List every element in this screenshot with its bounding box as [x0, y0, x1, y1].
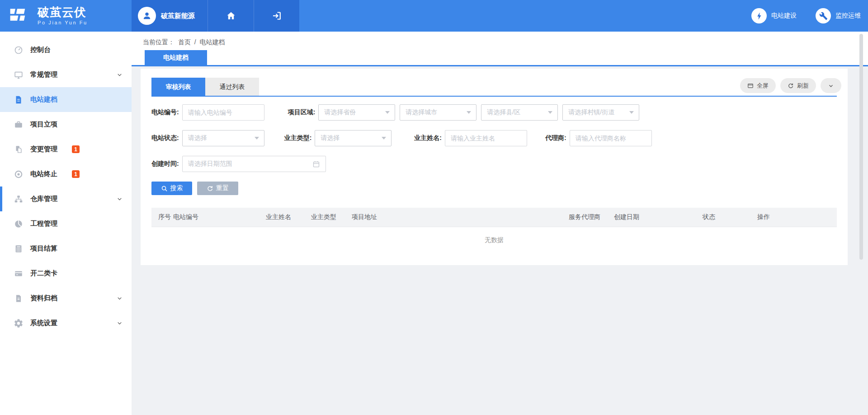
sidebar-item-type2-card[interactable]: 开二类卡: [0, 261, 132, 286]
owner-type-placeholder: 请选择: [321, 134, 340, 142]
breadcrumb-prefix: 当前位置：: [143, 38, 175, 46]
th-station-no: 电站编号: [173, 213, 266, 221]
sidebar-item-general-mgmt[interactable]: 常规管理: [0, 62, 132, 87]
table-header: 序号 电站编号 业主姓名 业主类型 项目地址 服务代理商 创建日期 状态 操作: [151, 208, 837, 227]
search-button[interactable]: 搜索: [151, 182, 192, 195]
date-range-input[interactable]: 请选择日期范围: [182, 156, 326, 172]
tab-review-list[interactable]: 审核列表: [151, 78, 205, 96]
header-dark-section: 破茧新能源: [132, 0, 299, 32]
chevron-down-icon: [117, 196, 123, 202]
sidebar-item-label: 电站终止: [30, 170, 57, 178]
reset-icon: [207, 185, 213, 192]
target-icon: [14, 169, 24, 179]
sidebar-item-project-initiation[interactable]: 项目立项: [0, 112, 132, 137]
list-tabs: 审核列表 通过列表: [151, 78, 259, 96]
sidebar-item-label: 变更管理: [30, 145, 57, 154]
gear-icon: [14, 318, 24, 328]
document-icon: [14, 294, 24, 303]
brand-subtitle: Po Jian Yun Fu: [38, 20, 88, 25]
town-select[interactable]: 请选择村镇/街道: [562, 104, 639, 121]
sidebar-item-station-archive[interactable]: 电站建档: [0, 87, 132, 112]
sidebar-item-system-settings[interactable]: 系统设置: [0, 311, 132, 336]
caret-down-icon: [467, 111, 471, 114]
avatar: [138, 7, 156, 25]
user-menu[interactable]: 破茧新能源: [132, 0, 208, 32]
tab-passed-list[interactable]: 通过列表: [205, 78, 259, 96]
breadcrumb-home[interactable]: 首页: [178, 38, 191, 46]
owner-type-select[interactable]: 请选择: [315, 130, 392, 146]
page-title-tab[interactable]: 电站建档: [145, 50, 207, 65]
header-right: 电站建设 监控运维: [299, 0, 868, 32]
app-header: 破茧云伏 Po Jian Yun Fu 破茧新能源: [0, 0, 868, 32]
sidebar-item-label: 工程管理: [30, 219, 57, 228]
station-build-button[interactable]: 电站建设: [751, 8, 797, 23]
reset-label: 重置: [216, 184, 229, 192]
brand-text: 破茧云伏 Po Jian Yun Fu: [38, 6, 88, 25]
search-label: 搜索: [170, 184, 183, 192]
sidebar-item-engineering-mgmt[interactable]: 工程管理: [0, 211, 132, 236]
sidebar: 控制台 常规管理 电站建档 项目立项: [0, 32, 132, 415]
empty-state: 无数据: [151, 227, 837, 253]
main-content: 当前位置： 首页 / 电站建档 电站建档 审核列表 通过列表 全屏: [132, 32, 868, 415]
status-select[interactable]: 请选择: [182, 130, 264, 146]
agent-label: 代理商:: [545, 134, 566, 142]
refresh-button[interactable]: 刷新: [780, 78, 816, 93]
sidebar-item-project-settlement[interactable]: 项目结算: [0, 236, 132, 261]
sidebar-item-label: 常规管理: [30, 70, 57, 79]
caret-down-icon: [385, 111, 390, 114]
sidebar-item-dashboard[interactable]: 控制台: [0, 37, 132, 62]
card-icon: [14, 269, 24, 279]
caret-down-icon: [548, 111, 552, 114]
home-button[interactable]: [208, 0, 254, 32]
monitor-ops-button[interactable]: 监控运维: [816, 8, 861, 23]
sidebar-item-label: 系统设置: [30, 319, 57, 327]
date-range-placeholder: 请选择日期范围: [188, 160, 232, 168]
region-label: 项目区域:: [288, 108, 316, 117]
sitemap-icon: [14, 194, 24, 204]
sidebar-item-station-termination[interactable]: 电站终止 1: [0, 162, 132, 187]
chevron-down-icon: [117, 320, 123, 326]
tabs-row: 审核列表 通过列表 全屏: [151, 69, 837, 97]
sidebar-item-warehouse-mgmt[interactable]: 仓库管理: [0, 187, 132, 211]
th-owner-type: 业主类型: [311, 213, 352, 221]
caret-down-icon: [255, 137, 259, 140]
fullscreen-button[interactable]: 全屏: [740, 78, 776, 93]
county-select[interactable]: 请选择县/区: [481, 104, 558, 121]
scrollbar-thumb[interactable]: [859, 34, 863, 260]
calculator-icon: [14, 244, 24, 254]
sidebar-item-label: 开二类卡: [30, 269, 57, 278]
city-placeholder: 请选择城市: [406, 108, 437, 117]
sign-in-icon: [271, 10, 282, 21]
search-icon: [161, 185, 168, 192]
county-placeholder: 请选择县/区: [487, 108, 520, 117]
owner-name-input[interactable]: [445, 130, 527, 146]
filter-actions: 搜索 重置: [151, 182, 837, 195]
sidebar-item-label: 项目结算: [30, 244, 57, 253]
content-panel: 审核列表 通过列表 全屏: [141, 69, 848, 265]
province-select[interactable]: 请选择省份: [318, 104, 395, 121]
sidebar-item-change-mgmt[interactable]: 变更管理 1: [0, 137, 132, 162]
refresh-icon: [788, 83, 794, 89]
filter-row-3: 创建时间: 请选择日期范围: [151, 156, 837, 172]
user-icon: [141, 10, 153, 22]
notification-badge: 1: [72, 145, 80, 153]
collapse-button[interactable]: [821, 78, 841, 93]
agent-input[interactable]: [570, 130, 652, 146]
city-select[interactable]: 请选择城市: [400, 104, 476, 121]
caret-down-icon: [382, 137, 386, 140]
panel-toolbar: 全屏 刷新: [740, 78, 841, 93]
lightning-icon: [751, 8, 767, 23]
th-index: 序号: [151, 213, 173, 221]
created-label: 创建时间:: [151, 160, 179, 168]
station-no-label: 电站编号:: [151, 108, 179, 117]
logout-button[interactable]: [254, 0, 299, 32]
region-select-group: 请选择省份 请选择城市 请选择县/区 请选择村镇/街道: [318, 104, 639, 121]
station-no-input[interactable]: [182, 104, 264, 121]
brand-name: 破茧云伏: [38, 6, 88, 18]
sidebar-item-label: 控制台: [30, 46, 51, 54]
sidebar-item-data-archive[interactable]: 资料归档: [0, 286, 132, 311]
owner-type-label: 业主类型:: [284, 134, 312, 142]
filter-row-2: 电站状态: 请选择 业主类型: 请选择 业主姓名: 代理商:: [151, 130, 837, 146]
reset-button[interactable]: 重置: [197, 182, 238, 195]
province-placeholder: 请选择省份: [324, 108, 356, 117]
